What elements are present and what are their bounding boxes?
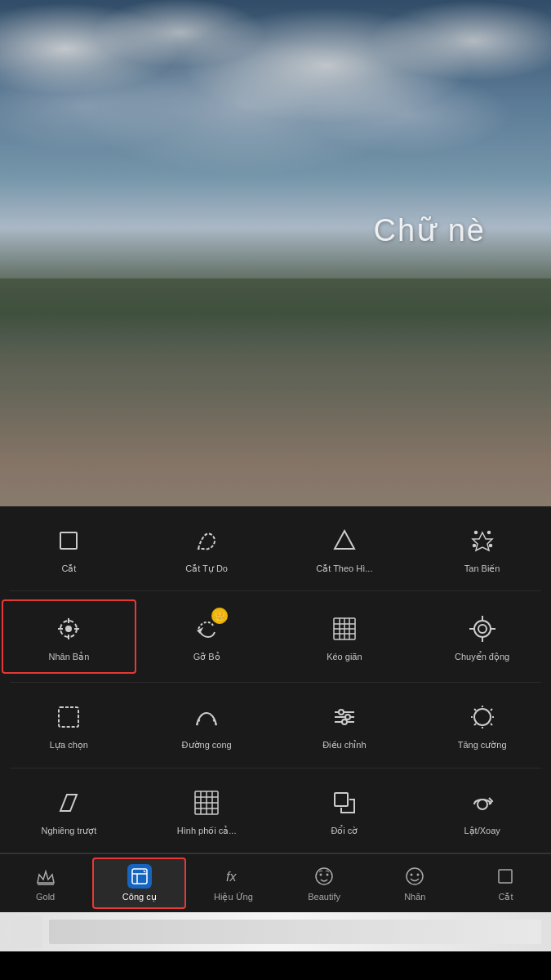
nav-cong-cu[interactable]: Công cụ bbox=[92, 858, 186, 909]
svg-point-4 bbox=[487, 532, 490, 534]
nav-gold[interactable]: Gold bbox=[0, 854, 91, 912]
svg-line-43 bbox=[491, 724, 492, 725]
nav-beautify-label: Beautify bbox=[308, 892, 340, 902]
svg-marker-1 bbox=[335, 531, 354, 549]
tool-lua-chon[interactable]: Lựa chọn bbox=[0, 689, 138, 760]
tool-hinh-phoi[interactable]: Hình phối cả... bbox=[138, 775, 276, 846]
tool-keo-gian-label: Kéo giãn bbox=[327, 652, 362, 662]
photo-area: Chữ nè bbox=[0, 0, 551, 506]
svg-point-3 bbox=[474, 532, 477, 534]
tool-tang-cuong[interactable]: Tăng cường bbox=[413, 689, 551, 760]
nav-cat[interactable]: Cắt bbox=[460, 854, 551, 912]
nav-hieu-ung-label: Hiệu Ứng bbox=[214, 892, 253, 902]
sticker-icon bbox=[402, 864, 427, 889]
svg-point-21 bbox=[478, 625, 487, 633]
nav-beautify[interactable]: Beautify bbox=[279, 854, 370, 912]
tool-cat[interactable]: Cắt bbox=[0, 513, 138, 584]
enhance-icon bbox=[464, 699, 500, 735]
tool-doi-co[interactable]: Đổi cờ bbox=[276, 775, 414, 846]
bottom-nav: Gold Công cụ fx Hiệu Ứng bbox=[0, 853, 551, 912]
svg-line-42 bbox=[474, 724, 476, 725]
tool-chuyen-dong[interactable]: Chuyển động bbox=[413, 598, 551, 675]
svg-rect-0 bbox=[60, 532, 77, 549]
crop-icon bbox=[51, 523, 87, 559]
svg-point-64 bbox=[411, 874, 413, 876]
shapecutt-icon bbox=[327, 523, 362, 559]
svg-line-41 bbox=[491, 709, 492, 710]
nav-crop-icon bbox=[493, 864, 518, 889]
tool-nhan-ban[interactable]: Nhân Bản bbox=[2, 599, 136, 674]
svg-point-20 bbox=[474, 621, 491, 637]
stretch-icon bbox=[327, 611, 362, 647]
tool-nhan-ban-label: Nhân Bản bbox=[48, 652, 89, 662]
tool-cat-theo-hinh[interactable]: Cắt Theo Hì... bbox=[276, 513, 414, 584]
fliprotate-icon bbox=[464, 785, 500, 821]
nav-gold-label: Gold bbox=[36, 892, 55, 902]
svg-point-34 bbox=[342, 719, 347, 724]
tool-lat-xoay[interactable]: Lật/Xoay bbox=[413, 775, 551, 846]
effects-icon: fx bbox=[221, 864, 246, 889]
tool-cat-tu-do[interactable]: Cắt Tự Do bbox=[138, 513, 276, 584]
svg-point-63 bbox=[407, 868, 423, 884]
tool-keo-gian[interactable]: Kéo giãn bbox=[276, 598, 414, 675]
svg-line-40 bbox=[474, 709, 476, 710]
clone-icon bbox=[51, 611, 87, 647]
face-icon bbox=[312, 864, 336, 889]
crown-icon bbox=[33, 864, 58, 889]
nav-hieu-ung[interactable]: fx Hiệu Ứng bbox=[188, 854, 278, 912]
svg-marker-2 bbox=[473, 532, 492, 550]
freecut-icon bbox=[189, 523, 224, 559]
nav-cong-cu-label: Công cụ bbox=[122, 892, 157, 902]
tool-duong-cong[interactable]: Đường cong bbox=[138, 689, 276, 760]
tool-tang-cuong-label: Tăng cường bbox=[458, 740, 507, 751]
svg-point-6 bbox=[489, 545, 491, 547]
tool-chuyen-dong-label: Chuyển động bbox=[455, 652, 509, 662]
gold-badge: 👑 bbox=[211, 608, 228, 624]
tool-tan-bien[interactable]: Tan Biến bbox=[413, 513, 551, 584]
nav-nhan-label: Nhãn bbox=[404, 892, 425, 902]
tool-duong-cong-label: Đường cong bbox=[182, 740, 232, 751]
curve-icon bbox=[189, 699, 224, 735]
svg-rect-26 bbox=[59, 707, 78, 727]
tool-tan-bien-label: Tan Biến bbox=[464, 564, 500, 574]
svg-rect-66 bbox=[499, 870, 512, 883]
tilt-icon bbox=[51, 785, 87, 821]
ad-banner bbox=[0, 912, 551, 951]
photo-overlay bbox=[0, 0, 551, 506]
svg-point-65 bbox=[417, 874, 420, 876]
tool-cat-tu-do-label: Cắt Tự Do bbox=[185, 564, 228, 574]
blend-icon bbox=[189, 785, 224, 821]
svg-point-33 bbox=[345, 715, 350, 719]
svg-point-61 bbox=[320, 874, 322, 876]
adjust-icon bbox=[327, 699, 362, 735]
tool-hinh-phoi-label: Hình phối cả... bbox=[177, 826, 237, 836]
tool-nghieng-truot[interactable]: Nghiêng trượt bbox=[0, 775, 138, 846]
nav-nhan[interactable]: Nhãn bbox=[370, 854, 460, 912]
nav-cat-label: Cắt bbox=[498, 892, 513, 902]
svg-point-8 bbox=[66, 626, 71, 631]
scatter-icon bbox=[464, 523, 500, 559]
tools-icon bbox=[127, 864, 152, 889]
tool-cat-label: Cắt bbox=[61, 564, 76, 574]
tool-nghieng-truot-label: Nghiêng trượt bbox=[41, 826, 96, 836]
tool-row-4: Nghiêng trượt Hình phối cả... bbox=[0, 768, 551, 853]
photo-text: Chữ nè bbox=[374, 212, 486, 248]
tool-dieu-chinh[interactable]: Điều chỉnh bbox=[276, 689, 414, 760]
tool-cat-theo-hinh-label: Cắt Theo Hì... bbox=[316, 564, 372, 574]
svg-point-32 bbox=[339, 710, 344, 715]
remove-icon: 👑 bbox=[189, 611, 224, 647]
tool-row-3: Lựa chọn Đường cong bbox=[0, 683, 551, 767]
resize-icon bbox=[327, 785, 362, 821]
tool-row-1: Cắt Cắt Tự Do Cắt Theo Hì... bbox=[0, 506, 551, 590]
select-icon bbox=[51, 699, 87, 735]
svg-point-35 bbox=[474, 709, 491, 725]
tool-go-bo[interactable]: 👑 Gỡ Bỏ bbox=[138, 598, 276, 675]
svg-point-54 bbox=[478, 800, 487, 809]
tool-lat-xoay-label: Lật/Xoay bbox=[464, 826, 500, 836]
tool-go-bo-label: Gỡ Bỏ bbox=[193, 652, 220, 662]
motion-icon bbox=[464, 611, 500, 647]
svg-point-62 bbox=[327, 874, 329, 876]
tool-lua-chon-label: Lựa chọn bbox=[50, 740, 88, 751]
svg-point-60 bbox=[316, 868, 332, 884]
tool-row-2: Nhân Bản 👑 Gỡ Bỏ bbox=[0, 591, 551, 682]
